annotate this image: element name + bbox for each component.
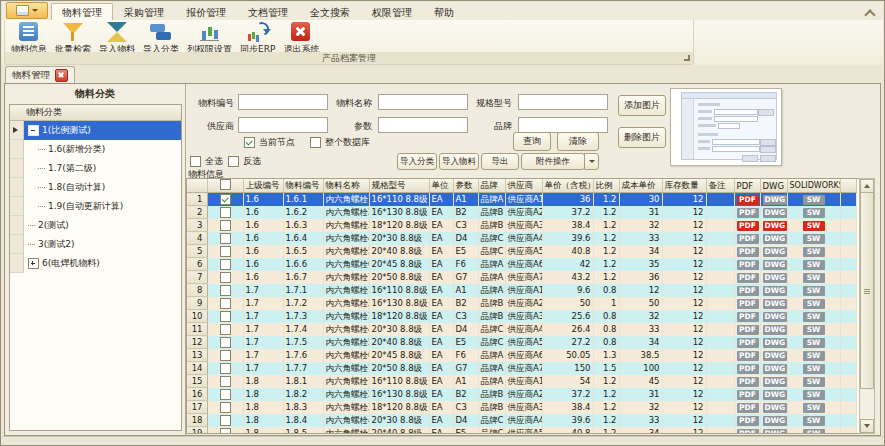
- dwg-badge[interactable]: DWG: [760, 310, 787, 323]
- dialog-launcher-icon[interactable]: [684, 55, 691, 62]
- import-category-button[interactable]: 导入分类: [397, 153, 437, 170]
- row-checkbox[interactable]: [207, 349, 243, 362]
- supplier-input[interactable]: [238, 117, 328, 133]
- row-checkbox[interactable]: [207, 375, 243, 388]
- dwg-badge[interactable]: DWG: [760, 271, 787, 284]
- col-pdf[interactable]: PDF: [734, 179, 760, 193]
- row-checkbox[interactable]: [207, 271, 243, 284]
- dwg-badge[interactable]: DWG: [760, 375, 787, 388]
- solidworks-badge[interactable]: SW: [787, 284, 840, 297]
- header-checkbox[interactable]: [220, 179, 231, 190]
- ribbon-button-column-permission[interactable]: 列权限设置: [183, 21, 236, 56]
- tree-item-1-9[interactable]: 1.9(自动更新计算): [10, 197, 181, 216]
- solidworks-badge[interactable]: SW: [787, 310, 840, 323]
- row-checkbox[interactable]: [207, 336, 243, 349]
- row-number[interactable]: 2: [187, 206, 207, 219]
- col-ratio[interactable]: 比例: [593, 179, 619, 193]
- col-note[interactable]: 备注: [706, 179, 734, 193]
- row-number[interactable]: 8: [187, 284, 207, 297]
- tree-item-1-8[interactable]: 1.8(自动计算): [10, 178, 181, 197]
- solidworks-badge[interactable]: SW: [787, 297, 840, 310]
- menu-tab-search[interactable]: 全文搜索: [299, 3, 361, 20]
- pdf-badge[interactable]: PDF: [734, 206, 760, 219]
- row-checkbox[interactable]: [207, 297, 243, 310]
- menu-tab-purchase[interactable]: 采购管理: [113, 3, 175, 20]
- attachment-operations-button[interactable]: 附件操作: [521, 153, 585, 170]
- tree-column-header[interactable]: 物料分类: [10, 105, 181, 121]
- row-checkbox[interactable]: [207, 323, 243, 336]
- table-row[interactable]: 9 1.7 1.7.2 内六角螺栓2 16*130 8.8级 EA B2 品牌B…: [187, 297, 857, 310]
- table-row[interactable]: 19 1.8 1.8.5 内六角螺栓5 20*40 8.8级 EA E5 品牌C…: [187, 427, 857, 435]
- query-button[interactable]: 查询: [513, 132, 551, 151]
- material-code-input[interactable]: [238, 94, 328, 110]
- table-row[interactable]: 6 1.6 1.6.6 内六角螺栓6 20*45 8.8级 EA F6 品牌A …: [187, 258, 857, 271]
- row-number[interactable]: 5: [187, 245, 207, 258]
- spec-input[interactable]: [518, 94, 608, 110]
- pdf-badge[interactable]: PDF: [734, 193, 760, 206]
- col-cost[interactable]: 成本单价: [619, 179, 662, 193]
- checkbox-icon[interactable]: [244, 137, 255, 148]
- row-number[interactable]: 12: [187, 336, 207, 349]
- table-row[interactable]: 5 1.6 1.6.5 内六角螺栓5 20*40 8.8级 EA E5 品牌C …: [187, 245, 857, 258]
- menu-tab-document[interactable]: 文档管理: [237, 3, 299, 20]
- col-material-name[interactable]: 物料名称: [323, 179, 369, 193]
- solidworks-badge[interactable]: SW: [787, 414, 840, 427]
- collapse-node-icon[interactable]: [28, 125, 39, 136]
- pdf-badge[interactable]: PDF: [734, 362, 760, 375]
- select-all-checkbox[interactable]: 全选: [190, 155, 223, 168]
- row-number[interactable]: 1: [187, 193, 207, 206]
- row-checkbox[interactable]: [207, 219, 243, 232]
- scrollbar-thumb[interactable]: [860, 192, 874, 389]
- checkbox-icon[interactable]: [190, 156, 201, 167]
- table-row[interactable]: 16 1.8 1.8.2 内六角螺栓2 16*130 8.8级 EA B2 品牌…: [187, 388, 857, 401]
- checkbox-icon[interactable]: [228, 156, 239, 167]
- solidworks-badge[interactable]: SW: [787, 232, 840, 245]
- import-material-button[interactable]: 导入物料: [439, 153, 479, 170]
- row-number[interactable]: 19: [187, 427, 207, 435]
- col-dwg[interactable]: DWG: [760, 179, 787, 193]
- col-solidworks[interactable]: SOLIDWORKS: [787, 179, 840, 193]
- tree-item-2[interactable]: 2(测试): [10, 216, 181, 235]
- row-checkbox[interactable]: [207, 362, 243, 375]
- row-number[interactable]: 10: [187, 310, 207, 323]
- dwg-badge[interactable]: DWG: [760, 362, 787, 375]
- pdf-badge[interactable]: PDF: [734, 310, 760, 323]
- col-price[interactable]: 单价（含税）: [542, 179, 593, 193]
- menu-tab-permission[interactable]: 权限管理: [361, 3, 423, 20]
- ribbon-button-batch-search[interactable]: 批量检索: [51, 21, 95, 56]
- pdf-badge[interactable]: PDF: [734, 336, 760, 349]
- row-number[interactable]: 9: [187, 297, 207, 310]
- row-number[interactable]: 16: [187, 388, 207, 401]
- app-menu-button[interactable]: [6, 2, 48, 19]
- col-param[interactable]: 参数: [453, 179, 478, 193]
- col-brand[interactable]: 品牌: [478, 179, 505, 193]
- solidworks-badge[interactable]: SW: [787, 375, 840, 388]
- pdf-badge[interactable]: PDF: [734, 375, 760, 388]
- solidworks-badge[interactable]: SW: [787, 219, 840, 232]
- dwg-badge[interactable]: DWG: [760, 232, 787, 245]
- material-name-input[interactable]: [378, 94, 468, 110]
- row-number[interactable]: 15: [187, 375, 207, 388]
- pdf-badge[interactable]: PDF: [734, 271, 760, 284]
- row-number[interactable]: 4: [187, 232, 207, 245]
- pdf-badge[interactable]: PDF: [734, 232, 760, 245]
- table-row[interactable]: 1 1.6 1.6.1 内六角螺栓1 16*110 8.8级 EA A1 品牌A…: [187, 193, 857, 206]
- row-number[interactable]: 17: [187, 401, 207, 414]
- solidworks-badge[interactable]: SW: [787, 323, 840, 336]
- table-row[interactable]: 3 1.6 1.6.3 内六角螺栓3 18*120 8.8级 EA C3 品牌B…: [187, 219, 857, 232]
- tree-item-1-7[interactable]: 1.7(第二级): [10, 159, 181, 178]
- ribbon-button-material-info[interactable]: 物料信息: [7, 21, 51, 56]
- param-input[interactable]: [378, 117, 468, 133]
- col-check[interactable]: [207, 179, 243, 193]
- checkbox-icon[interactable]: [310, 137, 321, 148]
- solidworks-badge[interactable]: SW: [787, 271, 840, 284]
- grid-vertical-scrollbar[interactable]: [859, 178, 875, 434]
- ribbon-button-exit[interactable]: 退出系统: [279, 21, 323, 56]
- close-icon[interactable]: [55, 69, 68, 82]
- dwg-badge[interactable]: DWG: [760, 323, 787, 336]
- table-row[interactable]: 18 1.8 1.8.4 内六角螺栓4 20*30 8.8级 EA D4 品牌C…: [187, 414, 857, 427]
- row-checkbox[interactable]: [207, 284, 243, 297]
- ribbon-collapse-button[interactable]: [865, 9, 875, 16]
- pdf-badge[interactable]: PDF: [734, 297, 760, 310]
- row-checkbox[interactable]: [207, 206, 243, 219]
